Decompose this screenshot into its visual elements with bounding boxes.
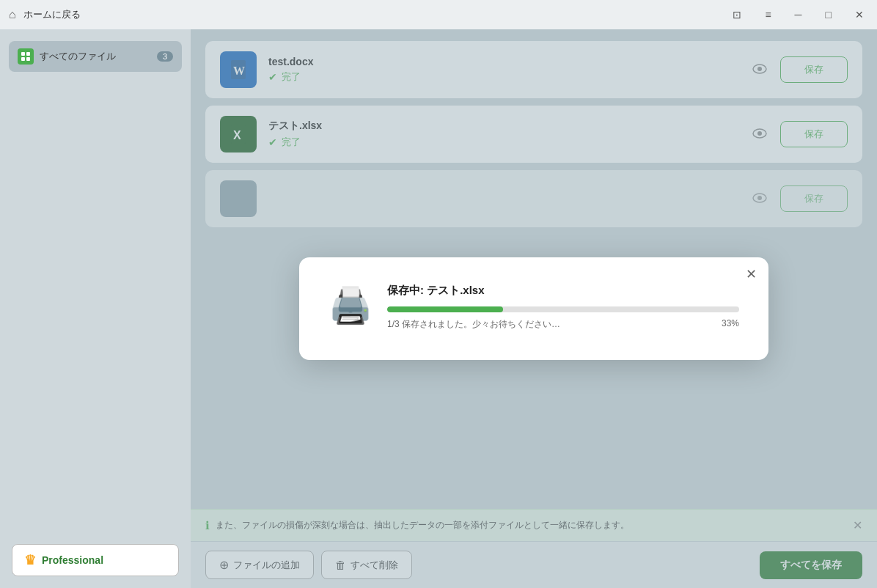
modal-overlay: ✕ 🖨️ 保存中: テスト.xlsx 1/3 保存されました。少々お待ちください… xyxy=(191,29,877,588)
sidebar-bottom: ♛ Professional xyxy=(0,544,191,576)
sidebar-badge: 3 xyxy=(157,51,173,62)
titlebar: ⌂ ホームに戻る ⊡ ≡ ─ □ ✕ xyxy=(0,0,877,29)
modal-file-icon: 🖨️ xyxy=(329,284,373,328)
titlebar-title: ホームに戻る xyxy=(23,8,81,21)
professional-label: Professional xyxy=(42,554,103,566)
svg-rect-2 xyxy=(21,57,25,61)
progress-bar-container xyxy=(387,306,739,312)
titlebar-left: ⌂ ホームに戻る xyxy=(9,8,81,21)
app-body: すべてのファイル 3 ♛ Professional W xyxy=(0,29,877,588)
maximize-button[interactable]: □ xyxy=(821,6,836,23)
home-icon: ⌂ xyxy=(9,8,16,21)
progress-status-text: 1/3 保存されました。少々お待ちください… xyxy=(387,318,560,331)
all-files-icon xyxy=(18,48,34,65)
progress-percent-label: 33% xyxy=(722,318,739,331)
svg-rect-0 xyxy=(21,52,25,56)
modal-info: 保存中: テスト.xlsx 1/3 保存されました。少々お待ちください… 33% xyxy=(387,284,739,331)
close-button[interactable]: ✕ xyxy=(851,6,868,23)
sidebar-item-all-files[interactable]: すべてのファイル 3 xyxy=(9,41,182,72)
sidebar-item-label: すべてのファイル xyxy=(40,50,116,63)
sidebar-top: すべてのファイル 3 xyxy=(0,29,191,84)
modal-dialog: ✕ 🖨️ 保存中: テスト.xlsx 1/3 保存されました。少々お待ちください… xyxy=(299,257,768,360)
professional-button[interactable]: ♛ Professional xyxy=(12,544,179,576)
svg-rect-3 xyxy=(26,57,30,61)
modal-close-button[interactable]: ✕ xyxy=(746,268,757,281)
main-content: W test.docx ✔ 完了 xyxy=(191,29,877,588)
modal-body: 🖨️ 保存中: テスト.xlsx 1/3 保存されました。少々お待ちください… … xyxy=(329,284,739,331)
monitor-button[interactable]: ⊡ xyxy=(728,6,746,23)
minimize-button[interactable]: ─ xyxy=(790,6,807,23)
progress-bar-fill xyxy=(387,306,503,312)
modal-title: 保存中: テスト.xlsx xyxy=(387,284,739,298)
sidebar: すべてのファイル 3 ♛ Professional xyxy=(0,29,191,588)
progress-row: 1/3 保存されました。少々お待ちください… 33% xyxy=(387,318,739,331)
titlebar-right: ⊡ ≡ ─ □ ✕ xyxy=(728,6,868,23)
menu-button[interactable]: ≡ xyxy=(760,6,775,23)
printer-icon: 🖨️ xyxy=(329,285,373,326)
crown-icon: ♛ xyxy=(24,552,36,568)
svg-rect-1 xyxy=(26,52,30,56)
